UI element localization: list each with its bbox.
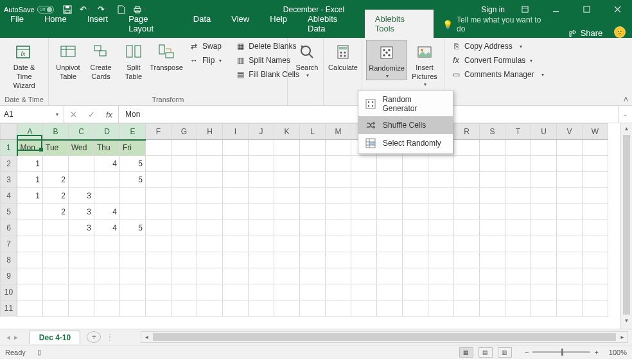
cell-E5[interactable] <box>120 204 146 220</box>
cell-A10[interactable] <box>17 284 43 300</box>
cell-H6[interactable] <box>197 220 223 236</box>
cell-I4[interactable] <box>223 188 249 204</box>
cell-F11[interactable] <box>146 300 171 316</box>
cell-F3[interactable] <box>146 172 171 188</box>
cell-B4[interactable]: 2 <box>43 188 69 204</box>
tab-help[interactable]: Help <box>259 10 297 38</box>
cell-N5[interactable] <box>351 204 377 220</box>
cell-W3[interactable] <box>583 172 608 188</box>
cell-V4[interactable] <box>557 188 583 204</box>
cell-H7[interactable] <box>197 236 223 252</box>
cell-R1[interactable] <box>454 140 480 156</box>
cell-L6[interactable] <box>300 220 326 236</box>
cell-F7[interactable] <box>146 236 171 252</box>
shuffle-cells-item[interactable]: Shuffle Cells <box>358 116 453 134</box>
cell-Q9[interactable] <box>428 268 454 284</box>
cell-K6[interactable] <box>274 220 300 236</box>
cell-W5[interactable] <box>583 204 608 220</box>
cell-G7[interactable] <box>171 236 197 252</box>
cell-T10[interactable] <box>505 284 531 300</box>
col-header-D[interactable]: D <box>94 124 120 140</box>
tell-me-search[interactable]: 💡Tell me what you want to do <box>434 11 559 38</box>
cell-R11[interactable] <box>454 300 480 316</box>
cell-R9[interactable] <box>454 268 480 284</box>
cell-R10[interactable] <box>454 284 480 300</box>
cell-Q10[interactable] <box>428 284 454 300</box>
cell-H2[interactable] <box>197 156 223 172</box>
cell-J5[interactable] <box>249 204 274 220</box>
search-button[interactable]: Search▾ <box>292 40 322 79</box>
row-header-1[interactable]: 1 <box>1 140 17 156</box>
cell-T5[interactable] <box>505 204 531 220</box>
cell-G5[interactable] <box>171 204 197 220</box>
cell-N3[interactable] <box>351 172 377 188</box>
randomize-button[interactable]: Randomize▾ <box>366 40 407 80</box>
scroll-down-icon[interactable]: ▼ <box>621 315 632 326</box>
cell-J1[interactable] <box>249 140 274 156</box>
cell-L2[interactable] <box>300 156 326 172</box>
cell-U10[interactable] <box>531 284 557 300</box>
cancel-formula-icon[interactable]: ✕ <box>64 110 82 119</box>
cell-F6[interactable] <box>146 220 171 236</box>
col-header-U[interactable]: U <box>531 124 557 140</box>
cell-I1[interactable] <box>223 140 249 156</box>
cell-U7[interactable] <box>531 236 557 252</box>
cell-W11[interactable] <box>583 300 608 316</box>
cell-T4[interactable] <box>505 188 531 204</box>
cell-E6[interactable]: 5 <box>120 220 146 236</box>
cell-K3[interactable] <box>274 172 300 188</box>
cell-J11[interactable] <box>249 300 274 316</box>
cell-L8[interactable] <box>300 252 326 268</box>
swap-button[interactable]: ⇄Swap <box>186 40 224 53</box>
cell-B10[interactable] <box>43 284 69 300</box>
cell-S8[interactable] <box>480 252 505 268</box>
cell-M9[interactable] <box>326 268 351 284</box>
cell-Q5[interactable] <box>428 204 454 220</box>
col-header-A[interactable]: A <box>17 124 43 140</box>
cell-W9[interactable] <box>583 268 608 284</box>
cell-V2[interactable] <box>557 156 583 172</box>
cell-M4[interactable] <box>326 188 351 204</box>
cell-D10[interactable] <box>94 284 120 300</box>
cell-B6[interactable] <box>43 220 69 236</box>
cell-O8[interactable] <box>377 252 403 268</box>
share-button[interactable]: Share <box>559 28 612 38</box>
cell-C5[interactable]: 3 <box>69 204 94 220</box>
convert-formulas-button[interactable]: fxConvert Formulas▾ <box>448 54 547 67</box>
col-header-W[interactable]: W <box>583 124 608 140</box>
cell-W4[interactable] <box>583 188 608 204</box>
cell-C8[interactable] <box>69 252 94 268</box>
cell-G1[interactable] <box>171 140 197 156</box>
cell-H4[interactable] <box>197 188 223 204</box>
cell-I6[interactable] <box>223 220 249 236</box>
col-header-B[interactable]: B <box>43 124 69 140</box>
cell-F8[interactable] <box>146 252 171 268</box>
col-header-J[interactable]: J <box>249 124 274 140</box>
add-sheet-button[interactable]: + <box>87 331 101 343</box>
cell-C4[interactable]: 3 <box>69 188 94 204</box>
cell-C9[interactable] <box>69 268 94 284</box>
cell-H5[interactable] <box>197 204 223 220</box>
row-header-9[interactable]: 9 <box>1 268 17 284</box>
vertical-scrollbar[interactable]: ▲ ▼ <box>620 123 632 329</box>
tab-ablebits-tools[interactable]: Ablebits Tools <box>365 10 434 38</box>
cell-M7[interactable] <box>326 236 351 252</box>
unpivot-table-button[interactable]: Unpivot Table <box>53 40 83 82</box>
cell-V6[interactable] <box>557 220 583 236</box>
cell-P6[interactable] <box>403 220 428 236</box>
cell-R8[interactable] <box>454 252 480 268</box>
cell-Q4[interactable] <box>428 188 454 204</box>
cell-S10[interactable] <box>480 284 505 300</box>
cell-J10[interactable] <box>249 284 274 300</box>
cell-H9[interactable] <box>197 268 223 284</box>
cell-C10[interactable] <box>69 284 94 300</box>
cell-C2[interactable] <box>69 156 94 172</box>
tab-insert[interactable]: Insert <box>77 10 119 38</box>
insert-pictures-button[interactable]: Insert Pictures▾ <box>409 40 440 88</box>
cell-A7[interactable] <box>17 236 43 252</box>
cell-R7[interactable] <box>454 236 480 252</box>
cell-A5[interactable] <box>17 204 43 220</box>
cell-K10[interactable] <box>274 284 300 300</box>
page-layout-view-button[interactable]: ▤ <box>478 347 493 358</box>
cell-S11[interactable] <box>480 300 505 316</box>
